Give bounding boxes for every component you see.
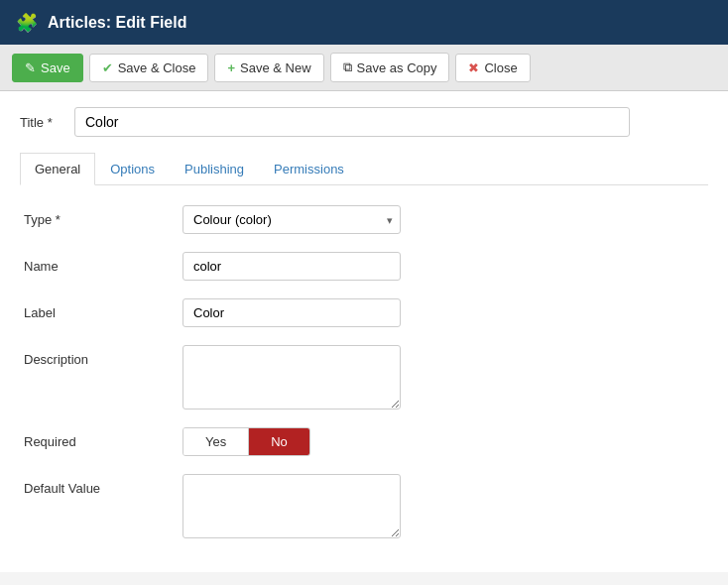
close-icon: ✖ [468,60,479,75]
close-button[interactable]: ✖ Close [455,54,530,82]
type-select-wrapper: Colour (color) ▾ [182,205,401,234]
title-row: Title * [20,107,708,137]
save-new-button[interactable]: + Save & New [214,54,323,82]
save-new-label: Save & New [240,60,311,75]
save-button[interactable]: ✎ Save [12,54,83,82]
label-label: Label [24,298,182,320]
save-icon: ✎ [25,60,36,75]
required-yes-button[interactable]: Yes [183,428,249,455]
label-input[interactable] [182,298,401,327]
save-label: Save [41,60,70,75]
tab-permissions[interactable]: Permissions [259,153,359,185]
description-label: Description [24,345,182,367]
tab-options[interactable]: Options [95,153,170,185]
copy-icon: ⧉ [343,59,352,75]
tabs-container: General Options Publishing Permissions [20,153,708,185]
required-toggle: Yes No [182,427,310,456]
name-label: Name [24,252,182,274]
type-row: Type * Colour (color) ▾ [24,205,704,234]
title-label: Title * [20,115,64,130]
default-value-label: Default Value [24,474,182,496]
type-label: Type * [24,205,182,227]
plus-icon: + [227,60,235,75]
save-close-button[interactable]: ✔ Save & Close [89,54,209,82]
label-row: Label [24,298,704,327]
save-copy-button[interactable]: ⧉ Save as Copy [330,53,450,82]
form-section: Type * Colour (color) ▾ Name Label Descr… [20,205,708,538]
description-row: Description [24,345,704,410]
page-header: 🧩 Articles: Edit Field [0,0,728,45]
close-label: Close [484,60,517,75]
type-select[interactable]: Colour (color) [182,205,401,234]
required-label: Required [24,427,182,449]
required-row: Required Yes No [24,427,704,456]
page-title: Articles: Edit Field [48,14,186,32]
toolbar: ✎ Save ✔ Save & Close + Save & New ⧉ Sav… [0,45,728,91]
tab-publishing[interactable]: Publishing [170,153,259,185]
description-textarea[interactable] [182,345,401,410]
save-copy-label: Save as Copy [357,60,437,75]
check-icon: ✔ [102,60,113,75]
required-no-button[interactable]: No [249,428,309,455]
title-input[interactable] [74,107,630,137]
default-value-row: Default Value [24,474,704,538]
save-close-label: Save & Close [118,60,196,75]
tab-general[interactable]: General [20,153,95,185]
name-row: Name [24,252,704,281]
content-area: Title * General Options Publishing Permi… [0,91,728,572]
puzzle-icon: 🧩 [16,12,38,34]
default-value-textarea[interactable] [182,474,401,538]
name-input[interactable] [182,252,401,281]
